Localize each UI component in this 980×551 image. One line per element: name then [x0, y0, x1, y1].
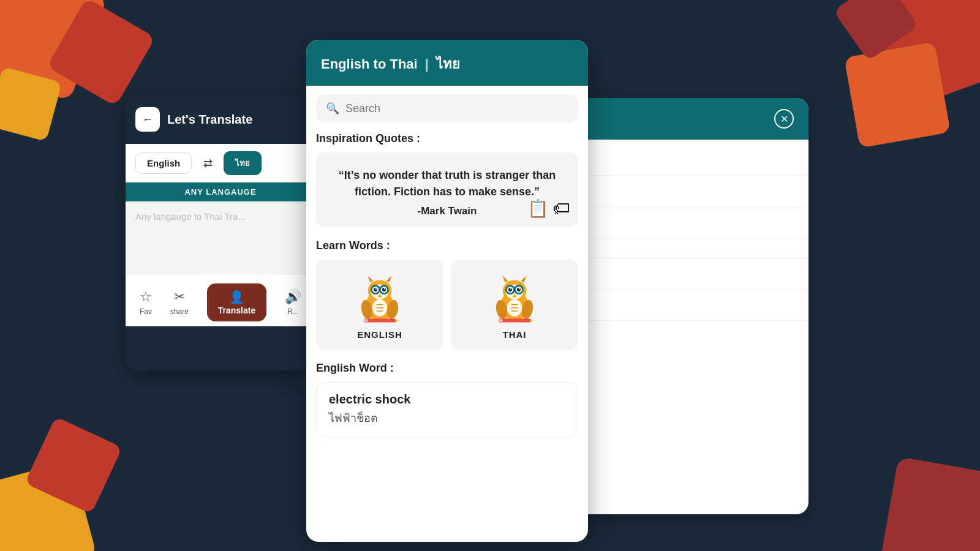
quote-card: “It’s no wonder that truth is stranger t… [316, 152, 578, 227]
english-word: electric shock [329, 392, 565, 407]
app-title: Let's Translate [167, 113, 252, 127]
bg-decor-br1 [880, 457, 980, 551]
svg-marker-3 [386, 276, 392, 282]
svg-rect-43 [499, 318, 531, 322]
label-icon: 🏷 [552, 198, 570, 219]
svg-marker-2 [368, 276, 374, 282]
main-panel-title: English to Thai | ไทย [321, 53, 573, 75]
fav-button[interactable]: ☆ Fav [140, 289, 152, 316]
star-icon: ☆ [140, 289, 152, 305]
svg-rect-20 [364, 318, 396, 322]
thai-learn-card[interactable]: THAI [451, 260, 578, 350]
translate-icon: 👤 [229, 290, 244, 304]
thai-word: ไฟฟ้าช็อต [329, 409, 565, 427]
english-word-card: electric shock ไฟฟ้าช็อต [316, 382, 578, 437]
section-label: ANY LANGAUGE [126, 182, 315, 201]
search-input[interactable] [345, 102, 568, 115]
quote-text: “It’s no wonder that truth is stranger t… [328, 167, 566, 200]
svg-point-32 [508, 288, 512, 291]
svg-marker-25 [503, 276, 508, 282]
quote-icons: 📋 🏷 [527, 198, 570, 219]
back-panel-close-button[interactable]: ✕ [774, 109, 794, 129]
left-panel: ← Let's Translate English ⇄ ไทย ANY LANG… [126, 95, 315, 370]
main-panel-body: Inspiration Quotes : “It’s no wonder tha… [306, 122, 588, 542]
svg-point-35 [519, 288, 520, 290]
svg-rect-22 [364, 319, 368, 321]
translation-input-area[interactable]: Any langauge to Thai Tra... [126, 201, 315, 275]
action-bar: ☆ Fav ✂ share 👤 Translate 🔊 R... [126, 275, 315, 326]
svg-rect-45 [499, 319, 503, 321]
svg-marker-44 [530, 318, 534, 322]
learn-words-section-title: Learn Words : [316, 239, 578, 252]
svg-point-10 [382, 288, 386, 291]
target-language-button[interactable]: ไทย [224, 151, 262, 175]
svg-point-11 [375, 288, 377, 290]
record-button[interactable]: 🔊 R... [285, 289, 301, 316]
mic-icon: 🔊 [285, 289, 301, 305]
thai-card-label: THAI [503, 329, 527, 340]
search-bar: 🔍 [316, 94, 578, 122]
svg-point-34 [510, 288, 511, 290]
search-icon: 🔍 [326, 102, 339, 115]
svg-point-12 [384, 288, 385, 290]
thai-owl-icon [493, 274, 536, 323]
english-owl-icon [358, 274, 401, 323]
inspiration-section-title: Inspiration Quotes : [316, 132, 578, 145]
translate-button[interactable]: 👤 Translate [207, 283, 266, 321]
share-button[interactable]: ✂ share [170, 289, 189, 316]
svg-marker-26 [521, 276, 527, 282]
bg-decor-tr2 [844, 42, 951, 148]
left-panel-header: ← Let's Translate [126, 95, 315, 144]
english-word-section-title: English Word : [316, 362, 578, 375]
swap-languages-button[interactable]: ⇄ [197, 152, 219, 174]
main-panel-header: English to Thai | ไทย [306, 40, 588, 86]
svg-marker-21 [396, 318, 399, 322]
language-row: English ⇄ ไทย [126, 144, 315, 182]
learn-words-row: ENGLISH [316, 260, 578, 350]
share-icon: ✂ [174, 289, 185, 305]
english-card-label: ENGLISH [357, 329, 402, 340]
back-button[interactable]: ← [135, 107, 160, 132]
svg-point-9 [374, 288, 377, 291]
main-panel: English to Thai | ไทย 🔍 Inspiration Quot… [306, 40, 588, 542]
source-language-button[interactable]: English [135, 152, 192, 174]
english-learn-card[interactable]: ENGLISH [316, 260, 443, 350]
svg-point-33 [517, 288, 521, 291]
notes-icon: 📋 [527, 198, 549, 219]
search-area: 🔍 [306, 86, 588, 122]
